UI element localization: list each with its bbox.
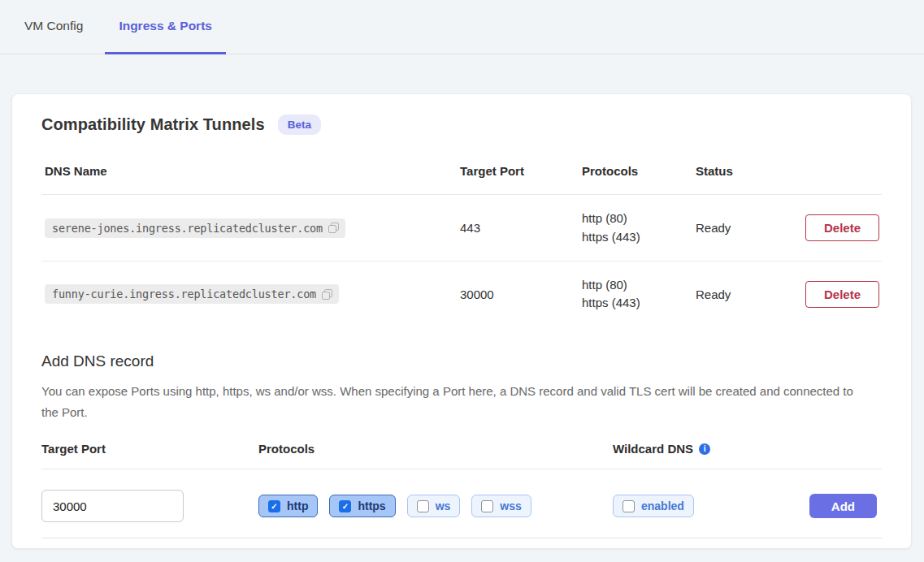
target-port-input[interactable] <box>41 490 184 522</box>
cell-status: Ready <box>696 221 805 235</box>
checkbox-ws[interactable]: ws <box>407 495 461 517</box>
add-dns-title: Add DNS record <box>41 352 882 370</box>
dns-name-text: funny-curie.ingress.replicatedcluster.co… <box>52 287 316 300</box>
dns-name-text: serene-jones.ingress.replicatedcluster.c… <box>52 222 323 235</box>
wss-checkbox-box <box>481 500 493 512</box>
column-header-status: Status <box>696 164 805 178</box>
http-checkbox-box <box>268 500 280 512</box>
delete-button[interactable]: Delete <box>805 281 879 308</box>
info-icon[interactable] <box>699 443 710 455</box>
checkbox-http[interactable]: http <box>258 495 318 517</box>
table-header-row: DNS Name Target Port Protocols Status <box>41 154 882 195</box>
dns-name-pill: serene-jones.ingress.replicatedcluster.c… <box>45 218 345 238</box>
tab-ingress-ports[interactable]: Ingress & Ports <box>105 0 226 54</box>
tunnels-table: DNS Name Target Port Protocols Status se… <box>41 154 882 326</box>
cell-status: Ready <box>696 287 805 301</box>
ws-checkbox-box <box>417 500 429 512</box>
column-header-protocols: Protocols <box>582 164 696 178</box>
dns-name-pill: funny-curie.ingress.replicatedcluster.co… <box>45 284 339 304</box>
protocol-checkbox-group: http https ws wss <box>258 495 613 517</box>
checkbox-wildcard-enabled[interactable]: enabled <box>613 495 694 517</box>
delete-button[interactable]: Delete <box>805 214 879 241</box>
card-header: Compatibility Matrix Tunnels Beta <box>41 94 882 135</box>
cell-target-port: 443 <box>460 221 582 235</box>
add-dns-description: You can expose Ports using http, https, … <box>41 381 858 422</box>
label-target-port: Target Port <box>41 442 258 456</box>
label-wildcard-dns: Wildcard DNS <box>613 442 808 456</box>
cell-protocols: http (80) https (443) <box>582 276 696 313</box>
add-button[interactable]: Add <box>809 494 877 518</box>
tunnels-card: Compatibility Matrix Tunnels Beta DNS Na… <box>11 93 912 549</box>
form-controls-row: http https ws wss enabled <box>41 490 882 522</box>
checkbox-https[interactable]: https <box>329 495 395 517</box>
beta-badge: Beta <box>278 115 321 135</box>
enabled-checkbox-box <box>623 500 635 512</box>
card-title: Compatibility Matrix Tunnels <box>41 115 265 134</box>
copy-icon[interactable] <box>328 223 339 233</box>
column-header-target-port: Target Port <box>460 164 582 178</box>
table-row: funny-curie.ingress.replicatedcluster.co… <box>41 261 882 326</box>
column-header-dns-name: DNS Name <box>45 164 460 178</box>
https-checkbox-box <box>339 500 351 512</box>
bottom-divider <box>41 538 882 538</box>
tab-vm-config[interactable]: VM Config <box>24 0 83 54</box>
form-label-row: Target Port Protocols Wildcard DNS <box>41 442 882 469</box>
cell-target-port: 30000 <box>460 287 582 301</box>
tab-vm-config-label: VM Config <box>24 19 83 33</box>
cell-protocols: http (80) https (443) <box>582 210 696 246</box>
copy-icon[interactable] <box>322 289 332 300</box>
checkbox-wss[interactable]: wss <box>471 495 531 517</box>
table-row: serene-jones.ingress.replicatedcluster.c… <box>41 195 882 261</box>
add-dns-section: Add DNS record You can expose Ports usin… <box>41 352 882 538</box>
label-protocols: Protocols <box>258 442 613 456</box>
tab-ingress-ports-label: Ingress & Ports <box>119 19 212 33</box>
tab-bar: VM Config Ingress & Ports <box>0 0 924 54</box>
